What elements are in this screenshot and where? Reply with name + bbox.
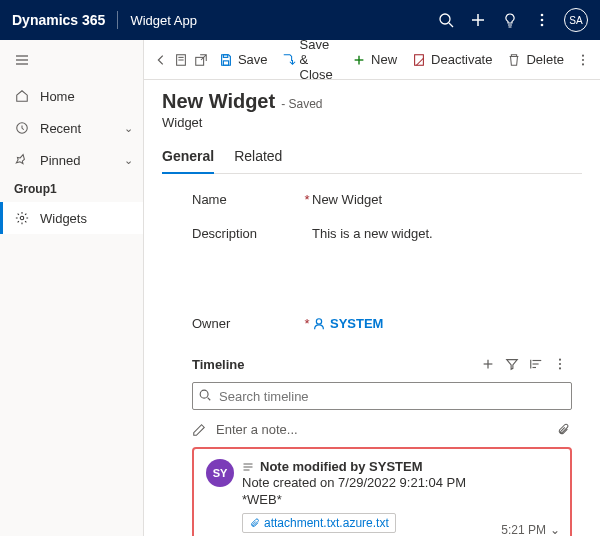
timeline-search-input[interactable] bbox=[192, 382, 572, 410]
note-avatar: SY bbox=[206, 459, 234, 487]
field-label-description: Description bbox=[192, 224, 302, 241]
sidebar-item-recent[interactable]: Recent ⌄ bbox=[0, 112, 143, 144]
sidebar-item-widgets[interactable]: Widgets bbox=[0, 202, 143, 234]
command-label: Save bbox=[238, 52, 268, 67]
overflow-button[interactable] bbox=[574, 44, 592, 76]
svg-rect-17 bbox=[223, 54, 227, 57]
topbar-divider bbox=[117, 11, 118, 29]
save-button[interactable]: Save bbox=[212, 44, 274, 76]
record-title: New Widget bbox=[162, 90, 275, 113]
required-marker: * bbox=[302, 314, 312, 331]
enter-note-input[interactable]: Enter a note... bbox=[216, 422, 548, 437]
sidebar-item-label: Widgets bbox=[40, 211, 87, 226]
svg-point-25 bbox=[316, 318, 321, 323]
attachment-name: attachment.txt.azure.txt bbox=[264, 516, 389, 530]
popout-icon bbox=[193, 52, 209, 68]
form-tabs: General Related bbox=[162, 142, 582, 174]
sidebar-item-label: Recent bbox=[40, 121, 81, 136]
saved-indicator: - Saved bbox=[281, 97, 322, 111]
open-new-window-button[interactable] bbox=[192, 44, 210, 76]
sidebar-item-label: Pinned bbox=[40, 153, 80, 168]
command-label: Delete bbox=[526, 52, 564, 67]
owner-value: SYSTEM bbox=[330, 316, 383, 331]
required-marker: * bbox=[302, 190, 312, 207]
note-icon bbox=[242, 461, 254, 473]
svg-point-4 bbox=[541, 14, 544, 17]
delete-button[interactable]: Delete bbox=[500, 44, 570, 76]
timeline-add-button[interactable] bbox=[476, 352, 500, 376]
top-bar: Dynamics 365 Widget App SA bbox=[0, 0, 600, 40]
svg-point-32 bbox=[559, 359, 561, 361]
timeline-note-card[interactable]: SY Note modified by SYSTEM Note created … bbox=[192, 447, 572, 536]
svg-line-1 bbox=[449, 23, 453, 27]
sidebar-item-pinned[interactable]: Pinned ⌄ bbox=[0, 144, 143, 176]
note-created-on: Note created on 7/29/2022 9:21:04 PM bbox=[242, 475, 558, 490]
user-avatar[interactable]: SA bbox=[564, 8, 588, 32]
brand-label: Dynamics 365 bbox=[12, 12, 105, 28]
command-bar: Save Save & Close New Deactivate Delete bbox=[144, 40, 600, 80]
sidebar-group-label: Group1 bbox=[0, 176, 143, 202]
timeline-more-button[interactable] bbox=[548, 352, 572, 376]
chevron-down-icon: ⌄ bbox=[124, 154, 133, 167]
home-icon bbox=[14, 88, 30, 104]
page-icon bbox=[173, 52, 189, 68]
save-close-icon bbox=[282, 52, 296, 68]
field-label-owner: Owner bbox=[192, 314, 302, 331]
app-name: Widget App bbox=[130, 13, 197, 28]
show-as-button[interactable] bbox=[172, 44, 190, 76]
timeline-filter-button[interactable] bbox=[500, 352, 524, 376]
timeline-sort-button[interactable] bbox=[524, 352, 548, 376]
svg-point-34 bbox=[559, 367, 561, 369]
command-label: New bbox=[371, 52, 397, 67]
search-icon bbox=[198, 388, 212, 402]
chevron-down-icon: ⌄ bbox=[124, 122, 133, 135]
svg-rect-16 bbox=[223, 60, 228, 64]
chevron-down-icon[interactable]: ⌄ bbox=[550, 523, 560, 536]
sidebar-item-label: Home bbox=[40, 89, 75, 104]
field-label-name: Name bbox=[192, 190, 302, 207]
note-title: Note modified by SYSTEM bbox=[260, 459, 423, 474]
svg-point-35 bbox=[200, 390, 208, 398]
svg-point-23 bbox=[582, 58, 584, 60]
search-icon[interactable] bbox=[430, 4, 462, 36]
add-icon[interactable] bbox=[462, 4, 494, 36]
save-close-button[interactable]: Save & Close bbox=[276, 44, 343, 76]
entity-name: Widget bbox=[162, 115, 582, 130]
tab-related[interactable]: Related bbox=[234, 142, 282, 173]
person-icon bbox=[312, 317, 326, 331]
svg-line-36 bbox=[208, 398, 211, 401]
paperclip-icon bbox=[249, 518, 260, 529]
timeline-search[interactable] bbox=[192, 382, 572, 410]
description-field[interactable]: This is a new widget. bbox=[312, 224, 572, 304]
name-field[interactable]: New Widget bbox=[312, 190, 572, 207]
tab-general[interactable]: General bbox=[162, 142, 214, 174]
form-content: New Widget - Saved Widget General Relate… bbox=[144, 80, 600, 536]
svg-point-22 bbox=[582, 54, 584, 56]
pin-icon bbox=[14, 152, 30, 168]
svg-point-6 bbox=[541, 24, 544, 27]
deactivate-icon bbox=[411, 52, 427, 68]
clock-icon bbox=[14, 120, 30, 136]
deactivate-button[interactable]: Deactivate bbox=[405, 44, 498, 76]
light-bulb-icon[interactable] bbox=[494, 4, 526, 36]
main-area: Save Save & Close New Deactivate Delete … bbox=[144, 40, 600, 536]
sidebar-item-home[interactable]: Home bbox=[0, 80, 143, 112]
new-button[interactable]: New bbox=[345, 44, 403, 76]
owner-field[interactable]: SYSTEM bbox=[312, 314, 572, 331]
sidebar: Home Recent ⌄ Pinned ⌄ Group1 Widgets bbox=[0, 40, 144, 536]
note-time: 5:21 PM bbox=[501, 523, 546, 536]
timeline-title: Timeline bbox=[192, 357, 245, 372]
back-button[interactable] bbox=[152, 44, 170, 76]
more-vertical-icon[interactable] bbox=[526, 4, 558, 36]
arrow-left-icon bbox=[153, 52, 169, 68]
gear-icon bbox=[14, 210, 30, 226]
command-label: Deactivate bbox=[431, 52, 492, 67]
command-label: Save & Close bbox=[300, 40, 337, 82]
trash-icon bbox=[506, 52, 522, 68]
svg-point-33 bbox=[559, 363, 561, 365]
pencil-icon bbox=[192, 423, 208, 437]
paperclip-icon[interactable] bbox=[556, 423, 572, 437]
hamburger-icon[interactable] bbox=[0, 40, 143, 80]
svg-point-5 bbox=[541, 19, 544, 22]
note-attachment-link[interactable]: attachment.txt.azure.txt bbox=[242, 513, 396, 533]
